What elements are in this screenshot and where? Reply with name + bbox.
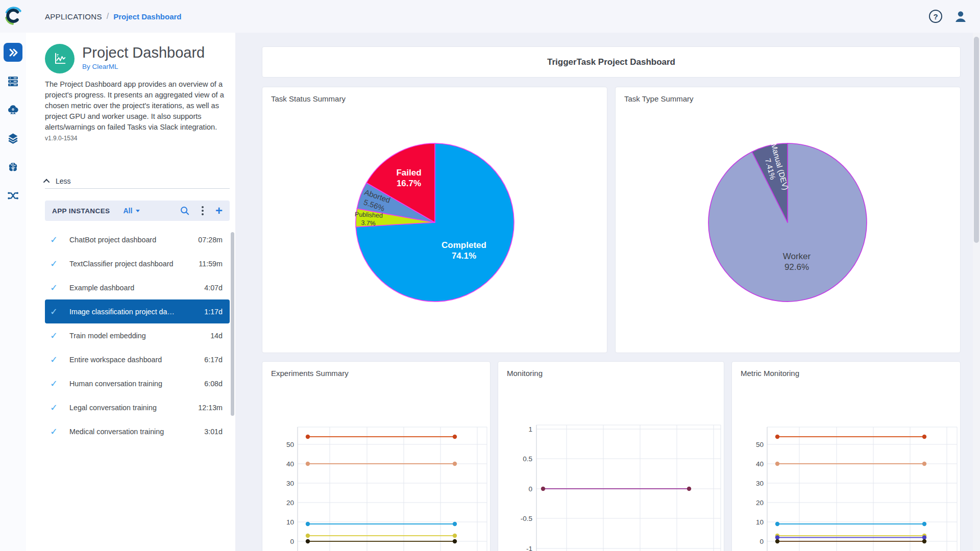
- app-instances-heading: APP INSTANCES: [52, 207, 110, 215]
- breadcrumb-separator: /: [107, 12, 109, 21]
- series-marker: [922, 535, 926, 539]
- chevron-up-icon: [43, 179, 50, 185]
- dashboard-title-card: TriggerTask Project Dashboard: [262, 46, 961, 78]
- monitoring-card: Monitoring 1 0.5 0 -0.5 -1: [498, 361, 724, 551]
- top-header: APPLICATIONS / Project Dashboard ?: [0, 0, 980, 33]
- instance-elapsed: 3:01d: [204, 428, 223, 436]
- instance-elapsed: 07:28m: [198, 236, 223, 244]
- more-options-kebab-icon[interactable]: [201, 205, 205, 216]
- list-item[interactable]: ✓ Legal conversation training 12:13m: [45, 395, 230, 419]
- panel-scrollbar-thumb[interactable]: [231, 232, 234, 416]
- status-check-icon: ✓: [50, 378, 62, 389]
- task-type-pie-chart[interactable]: [616, 87, 961, 354]
- series-marker: [775, 435, 779, 439]
- instance-elapsed: 11:59m: [199, 260, 223, 268]
- y-tick: 0.5: [523, 455, 532, 463]
- breadcrumb-current-page[interactable]: Project Dashboard: [113, 12, 181, 21]
- instance-name: ChatBot project dashboard: [69, 236, 192, 244]
- series-marker: [453, 462, 457, 466]
- chevron-down-icon: [136, 210, 140, 212]
- metric-monitoring-line-chart[interactable]: 50 40 30 20 10 0: [732, 362, 961, 551]
- breadcrumb: APPLICATIONS / Project Dashboard: [45, 0, 182, 33]
- brain-icon: [7, 161, 19, 173]
- y-tick: 30: [286, 480, 294, 487]
- search-icon[interactable]: [180, 206, 190, 216]
- app-side-panel: Project Dashboard By ClearML The Project…: [26, 33, 235, 551]
- instance-name: Train model embedding: [69, 332, 204, 340]
- y-tick: 20: [756, 499, 764, 507]
- breadcrumb-applications[interactable]: APPLICATIONS: [45, 12, 102, 21]
- add-instance-button[interactable]: +: [215, 206, 223, 216]
- topbar-actions: ?: [929, 0, 968, 33]
- app-byline-link[interactable]: By ClearML: [82, 63, 205, 70]
- series-marker: [453, 534, 457, 538]
- list-item-selected[interactable]: ✓ Image classification project da… 1:17d: [45, 299, 230, 323]
- nav-model-serving-icon[interactable]: [4, 100, 22, 119]
- instance-name: Image classification project da…: [69, 308, 198, 316]
- series-marker: [922, 435, 926, 439]
- instance-elapsed: 6:08d: [204, 380, 223, 388]
- dashboard-content: TriggerTask Project Dashboard Task Statu…: [235, 33, 980, 551]
- list-item[interactable]: ✓ Train model embedding 14d: [45, 323, 230, 347]
- y-tick: 30: [756, 480, 764, 487]
- experiments-line-chart[interactable]: 50 40 30 20 10 0: [262, 362, 491, 551]
- clearml-logo-icon[interactable]: [3, 5, 24, 27]
- instances-filter-dropdown[interactable]: All: [123, 207, 140, 215]
- list-item[interactable]: ✓ ChatBot project dashboard 07:28m: [45, 228, 230, 252]
- collapse-less-button[interactable]: Less: [45, 177, 71, 185]
- instance-elapsed: 6:17d: [204, 356, 223, 364]
- y-tick: 10: [756, 518, 764, 526]
- page-title: Project Dashboard: [82, 44, 205, 61]
- series-marker: [453, 522, 457, 526]
- nav-pipelines-icon[interactable]: [4, 186, 22, 205]
- nav-models-icon[interactable]: [4, 158, 22, 177]
- task-status-pie-chart[interactable]: [262, 87, 608, 354]
- window-scrollbar[interactable]: [973, 33, 980, 551]
- experiments-summary-card: Experiments Summary 50 40 30 20 10 0: [262, 361, 491, 551]
- series-marker: [306, 435, 310, 439]
- list-item[interactable]: ✓ Example dashboard 4:07d: [45, 276, 230, 299]
- status-check-icon: ✓: [50, 234, 62, 245]
- instance-name: Medical conversation training: [69, 428, 198, 436]
- status-check-icon: ✓: [50, 282, 62, 293]
- list-item[interactable]: ✓ Medical conversation training 3:01d: [45, 419, 230, 443]
- metric-monitoring-card: Metric Monitoring 50 40 30 20 10 0: [731, 361, 961, 551]
- status-check-icon: ✓: [50, 258, 62, 269]
- double-chevron-right-icon: [7, 46, 19, 59]
- task-status-summary-card: Task Status Summary Failed16.7% Aborted5…: [262, 87, 607, 353]
- nav-datasets-icon[interactable]: [4, 129, 22, 148]
- instance-name: Entire workspace dashboard: [69, 356, 198, 364]
- list-item[interactable]: ✓ TextClassifier project dashboard 11:59…: [45, 252, 230, 276]
- series-marker: [306, 534, 310, 538]
- collapse-less-label: Less: [56, 177, 71, 185]
- window-scrollbar-thumb[interactable]: [974, 37, 979, 243]
- list-item[interactable]: ✓ Human conversation training 6:08d: [45, 371, 230, 395]
- instance-elapsed: 14d: [210, 332, 223, 340]
- nav-rail: [0, 33, 26, 551]
- instance-name: TextClassifier project dashboard: [69, 260, 192, 268]
- series-marker: [453, 435, 457, 439]
- project-dashboard-app-icon: [45, 44, 75, 73]
- help-icon[interactable]: ?: [929, 10, 942, 23]
- app-instances-toolbar: APP INSTANCES All +: [45, 201, 230, 221]
- nav-applications-icon[interactable]: [4, 43, 22, 62]
- app-header: Project Dashboard By ClearML: [45, 44, 205, 73]
- series-marker: [306, 522, 310, 526]
- y-tick: 50: [756, 441, 764, 448]
- series-marker: [541, 487, 545, 491]
- series-marker: [922, 462, 926, 466]
- monitoring-line-chart[interactable]: 1 0.5 0 -0.5 -1: [498, 362, 725, 551]
- app-version: v1.9.0-1534: [45, 135, 77, 142]
- y-tick: 0: [760, 538, 764, 545]
- list-item[interactable]: ✓ Entire workspace dashboard 6:17d: [45, 347, 230, 371]
- nav-workers-queues-icon[interactable]: [4, 71, 22, 90]
- series-marker: [306, 539, 310, 543]
- series-marker: [687, 487, 691, 491]
- series-marker: [453, 539, 457, 543]
- status-check-icon: ✓: [50, 402, 62, 413]
- instance-name: Example dashboard: [69, 284, 198, 292]
- layers-icon: [7, 132, 19, 145]
- user-avatar-icon[interactable]: [953, 9, 968, 23]
- instances-actions: +: [180, 205, 223, 216]
- series-marker: [306, 462, 310, 466]
